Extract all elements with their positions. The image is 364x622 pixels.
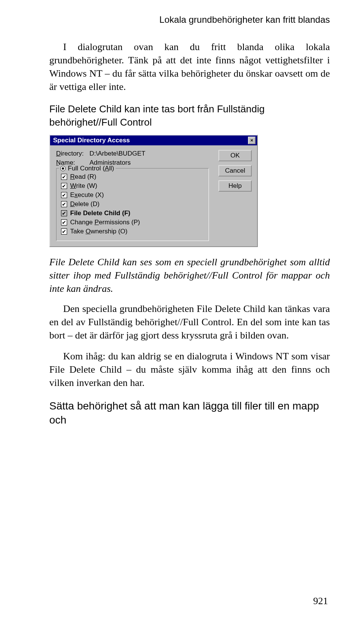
read-checkbox[interactable]: ✔ Read (R) [61,172,204,181]
checkbox-icon: ✔ [61,201,67,207]
change-permissions-checkbox[interactable]: ✔ Change Permissions (P) [61,218,204,227]
dialog-title: Special Directory Access [53,137,130,144]
body-paragraph-3: Kom ihåg: du kan aldrig se en dialogruta… [49,350,330,389]
full-control-radio[interactable]: Full Control (All) [59,165,116,172]
help-button[interactable]: Help [218,180,252,192]
dialog-titlebar: Special Directory Access × [50,135,257,145]
checkbox-icon: ✔ [61,174,67,180]
ok-button[interactable]: OK [218,150,252,161]
full-control-group: Full Control (All) ✔ Read (R) ✔ Write (W… [56,168,209,241]
directory-label: Directory: [56,150,89,157]
radio-icon [60,166,66,171]
intro-paragraph: I dialogrutan ovan kan du fritt blanda o… [49,40,330,93]
figure-caption: File Delete Child kan ses som en speciel… [49,255,330,295]
subheading: File Delete Child kan inte tas bort från… [49,102,330,129]
page-number: 921 [313,595,328,607]
write-checkbox[interactable]: ✔ Write (W) [61,181,204,191]
checkbox-icon: ✔ [61,219,67,225]
body-paragraph-2: Den speciella grundbehörigheten File Del… [49,302,330,342]
execute-checkbox[interactable]: ✔ Execute (X) [61,191,204,200]
page-header: Lokala grundbehörigheter kan fritt bland… [49,14,330,25]
close-icon[interactable]: × [248,137,256,144]
checkbox-icon: ✔ [61,210,67,216]
checkbox-icon: ✔ [61,192,67,198]
take-ownership-checkbox[interactable]: ✔ Take Ownership (O) [61,227,204,236]
special-directory-access-dialog: Special Directory Access × OK Cancel Hel… [49,135,258,247]
cancel-button[interactable]: Cancel [218,165,252,176]
bottom-section-heading: Sätta behörighet så att man kan lägga ti… [49,399,330,427]
directory-value: D:\Arbete\BUDGET [89,150,145,157]
checkbox-icon: ✔ [61,183,67,189]
checkbox-icon: ✔ [61,228,67,235]
file-delete-child-checkbox: ✔ File Delete Child (F) [61,209,204,218]
delete-checkbox[interactable]: ✔ Delete (D) [61,200,204,209]
